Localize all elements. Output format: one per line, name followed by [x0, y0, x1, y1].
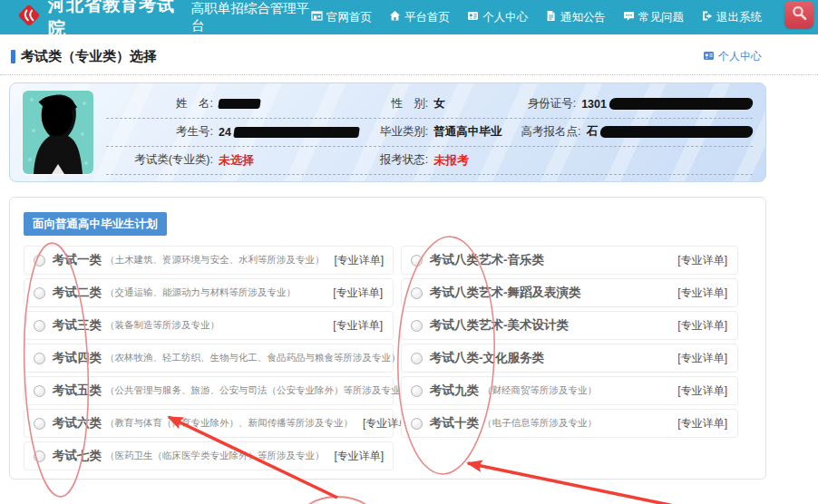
radio-button[interactable] — [34, 255, 45, 267]
redaction-bar — [599, 126, 754, 138]
apply-status-value: 未报考 — [433, 152, 469, 169]
bottom-partial-circle — [297, 497, 378, 504]
major-detail-link[interactable]: [专业详单] — [328, 286, 383, 301]
exam-category-name: 考试八类-文化服务类 — [430, 350, 544, 366]
major-detail-link[interactable]: [专业详单] — [673, 253, 727, 268]
title-accent-bar — [11, 50, 15, 63]
radio-button[interactable] — [34, 287, 45, 299]
profile-card-icon — [467, 10, 479, 24]
exam-category-name: 考试八类艺术-音乐类 — [430, 252, 544, 268]
exam-category-option[interactable]: 考试八类-文化服务类 [专业详单] — [401, 344, 738, 373]
exam-category-desc: （农林牧渔、轻工纺织、生物与化工、食品药品与粮食等所涉及专业） — [105, 352, 401, 364]
top-nav: 官网首页 平台首页 个人中心 通知公告 常见问题 退出系统 — [311, 10, 818, 25]
exam-category-option[interactable]: 考试二类 （交通运输、能源动力与材料等所涉及专业） [专业详单] — [24, 278, 394, 307]
nav-label: 常见问题 — [638, 10, 684, 25]
radio-button[interactable] — [411, 255, 423, 267]
major-detail-link[interactable]: [专业详单] — [330, 253, 385, 268]
examno-label: 考生号: — [106, 124, 213, 140]
exam-category-name: 考试一类 — [53, 252, 102, 268]
radio-button[interactable] — [34, 418, 45, 430]
exam-category-option[interactable]: 考试十类 （电子信息等所涉及专业） [专业详单] — [401, 409, 738, 438]
personal-center-link[interactable]: 个人中心 — [703, 49, 762, 64]
radio-button[interactable] — [34, 451, 45, 462]
exam-category-name: 考试二类 — [53, 285, 102, 301]
exam-category-option[interactable]: 考试八类艺术-音乐类 [专业详单] — [401, 246, 738, 275]
major-detail-link[interactable]: [专业详单] — [673, 416, 727, 431]
name-label: 姓 名: — [106, 96, 213, 111]
exam-category-option[interactable]: 考试六类 （教育与体育（体育专业除外）、新闻传播等所涉及专业） [专业详单] — [24, 409, 394, 438]
exam-category-desc: （财经商贸等所涉及专业） — [482, 384, 597, 397]
nav-label: 通知公告 — [560, 10, 606, 25]
exam-category-name: 考试八类艺术-美术设计类 — [430, 317, 569, 334]
exam-category-name: 考试八类艺术-舞蹈及表演类 — [430, 285, 581, 301]
exam-category-option[interactable]: 考试七类 （医药卫生（临床医学类专业除外）等所涉及专业） [专业详单] — [24, 441, 394, 470]
major-detail-link[interactable]: [专业详单] — [673, 318, 727, 334]
nav-logout[interactable]: 退出系统 — [701, 10, 762, 25]
site-home-icon — [311, 10, 323, 24]
major-detail-link[interactable]: [专业详单] — [328, 318, 383, 334]
logout-icon — [701, 10, 713, 24]
nav-site-home[interactable]: 官网首页 — [311, 10, 372, 25]
nav-platform-home[interactable]: 平台首页 — [389, 10, 450, 25]
radio-button[interactable] — [34, 353, 45, 364]
brand: 河北省教育考试院 高职单招综合管理平台 — [16, 0, 311, 41]
exam-class-value: 未选择 — [219, 152, 254, 169]
field-row-1: 姓 名: 性 别: 女 身份证号: 1301 — [106, 91, 753, 119]
gender-label: 性 别: — [365, 96, 428, 111]
gender-value: 女 — [433, 96, 445, 111]
reg-site-value: 石 — [586, 124, 753, 140]
radio-button[interactable] — [34, 320, 45, 332]
nav-label: 官网首页 — [326, 10, 372, 25]
exam-category-option[interactable]: 考试八类艺术-美术设计类 [专业详单] — [401, 311, 738, 340]
personal-center-label: 个人中心 — [718, 49, 762, 64]
plan-panel: 面向普通高中毕业生计划 考试一类 （土木建筑、资源环境与安全、水利等所涉及专业）… — [9, 197, 766, 480]
radio-button[interactable] — [34, 385, 45, 397]
nav-notices[interactable]: 通知公告 — [545, 10, 606, 25]
exam-category-name: 考试四类 — [53, 350, 102, 366]
exam-category-name: 考试十类 — [430, 415, 479, 431]
student-fields: 姓 名: 性 别: 女 身份证号: 1301 考生号: 24 毕业类别: 普通高… — [106, 91, 753, 175]
radio-button[interactable] — [411, 287, 423, 299]
exam-category-desc: （电子信息等所涉及专业） — [482, 417, 597, 430]
major-detail-link[interactable]: [专业详单] — [673, 383, 727, 399]
top-header: 河北省教育考试院 高职单招综合管理平台 官网首页 平台首页 个人中心 通知公告 … — [0, 0, 818, 34]
platform-home-icon — [389, 10, 401, 24]
hebei-exam-logo-icon — [16, 3, 42, 32]
apply-status-label: 报考状态: — [365, 152, 428, 168]
reg-site-label: 高考报名点: — [513, 124, 580, 140]
radio-button[interactable] — [411, 353, 423, 364]
profile-card-icon — [703, 50, 715, 64]
exam-options-right-column: 考试八类艺术-音乐类 [专业详单] 考试八类艺术-舞蹈及表演类 [专业详单] 考… — [401, 246, 738, 470]
field-row-3: 考试类(专业类): 未选择 报考状态: 未报考 — [106, 147, 753, 175]
name-value — [219, 99, 260, 109]
nav-personal-center[interactable]: 个人中心 — [467, 10, 528, 25]
exam-category-option[interactable]: 考试八类艺术-舞蹈及表演类 [专业详单] — [401, 278, 738, 307]
exam-category-option[interactable]: 考试四类 （农林牧渔、轻工纺织、生物与化工、食品药品与粮食等所涉及专业） [专业… — [24, 344, 394, 373]
radio-button[interactable] — [411, 418, 423, 430]
redaction-bar — [218, 99, 261, 109]
redaction-bar — [233, 127, 360, 138]
search-icon — [791, 5, 808, 25]
radio-button[interactable] — [411, 385, 423, 397]
search-button[interactable] — [784, 1, 813, 28]
major-detail-link[interactable]: [专业详单] — [330, 449, 385, 464]
nav-faq[interactable]: 常见问题 — [623, 10, 684, 25]
nav-label: 退出系统 — [716, 10, 762, 25]
graduation-type-label: 毕业类别: — [365, 124, 428, 140]
radio-button[interactable] — [411, 320, 423, 332]
idcard-value: 1301 — [581, 98, 753, 111]
exam-category-option[interactable]: 考试九类 （财经商贸等所涉及专业） [专业详单] — [401, 376, 738, 405]
redaction-bar — [609, 98, 754, 110]
exam-category-name: 考试六类 — [53, 415, 102, 431]
major-detail-link[interactable]: [专业详单] — [673, 286, 727, 301]
examno-value: 24 — [219, 126, 359, 139]
exam-category-name: 考试七类 — [53, 448, 102, 464]
major-detail-link[interactable]: [专业详单] — [673, 351, 727, 366]
exam-category-option[interactable]: 考试三类 （装备制造等所涉及专业） [专业详单] — [24, 311, 394, 340]
exam-class-label: 考试类(专业类): — [106, 152, 213, 168]
exam-category-name: 考试五类 — [53, 383, 102, 399]
exam-category-desc: （装备制造等所涉及专业） — [105, 319, 219, 332]
exam-category-option[interactable]: 考试五类 （公共管理与服务、旅游、公安与司法（公安专业除外）等所涉及专业） [专… — [24, 376, 394, 405]
exam-category-option[interactable]: 考试一类 （土木建筑、资源环境与安全、水利等所涉及专业） [专业详单] — [24, 246, 394, 275]
exam-category-desc: （土木建筑、资源环境与安全、水利等所涉及专业） — [105, 254, 325, 267]
